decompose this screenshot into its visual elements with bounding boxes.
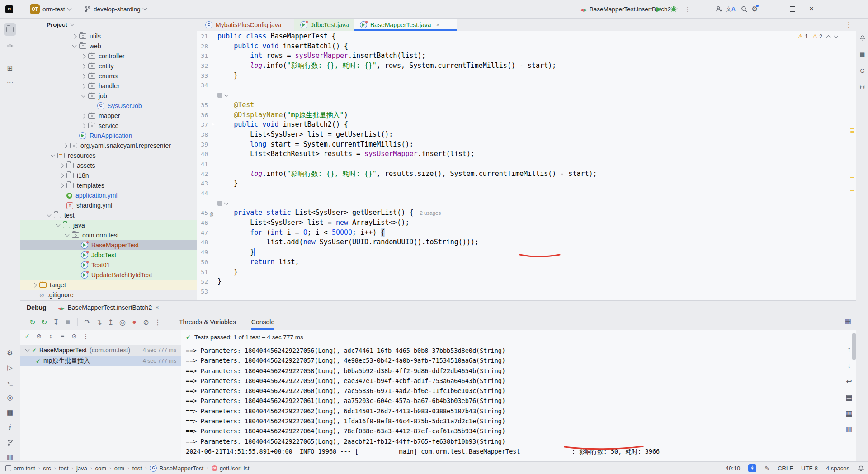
code-vision-hint[interactable] (197, 90, 856, 100)
breadcrumb-item[interactable]: mgetUserList (212, 465, 250, 472)
search-button[interactable] (741, 0, 748, 18)
test-tree-item[interactable]: ✓mp原生批量插入4 sec 777 ms (20, 356, 181, 366)
code-line[interactable]: 48 list.add(new SysUser(UUID.randomUUID(… (197, 237, 856, 247)
run-tool-icon[interactable]: ▷ (4, 361, 16, 374)
dump-threads-icon[interactable]: ↧ (50, 316, 62, 328)
chevron-right-icon[interactable] (81, 114, 86, 118)
console-class-link[interactable]: com.orm.test.BaseMapperTest (421, 448, 520, 455)
code-line[interactable]: 28 public void insertBatch1() { (197, 42, 856, 52)
file-encoding[interactable]: UTF-8 (801, 465, 818, 472)
line-number[interactable]: 50 (197, 257, 208, 267)
breadcrumb-item[interactable]: orm (114, 465, 124, 472)
debug-button[interactable] (670, 0, 677, 18)
chevron-down-icon[interactable] (81, 93, 86, 98)
settings-button[interactable]: ⚙ (751, 0, 758, 18)
test-tree-item[interactable]: ✓BaseMapperTest (com.orm.test)4 sec 777 … (20, 345, 181, 356)
breadcrumb-item[interactable]: java (76, 465, 87, 472)
layout-settings-icon[interactable]: ▦ (845, 317, 851, 325)
line-number[interactable]: 46 (197, 218, 208, 228)
line-number[interactable]: 51 (197, 267, 208, 277)
close-icon[interactable]: × (436, 21, 440, 28)
usages-hint[interactable]: 2 usages (420, 210, 441, 216)
code-line[interactable]: 43 } (197, 179, 856, 189)
git-tool-icon[interactable] (4, 436, 16, 449)
line-number[interactable]: 36 (197, 110, 208, 120)
tree-item-controller[interactable]: controller (20, 51, 197, 61)
chevron-right-icon[interactable] (81, 84, 86, 88)
code-line[interactable]: 41 (197, 159, 856, 169)
soft-wrap-icon[interactable]: ↩ (843, 375, 855, 387)
scroll-down-icon[interactable]: ↓ (843, 360, 855, 371)
add-user-button[interactable] (715, 0, 722, 18)
chevron-down-icon[interactable] (56, 223, 61, 227)
run-button[interactable]: ▶ (656, 0, 662, 18)
tree-item-sharding-yml[interactable]: Ysharding.yml (20, 200, 197, 210)
view-breakpoints-icon[interactable]: ⊘ (140, 316, 152, 328)
line-number[interactable]: 40 (197, 149, 208, 159)
scroll-to-end-icon[interactable]: ▤ (843, 391, 855, 403)
close-button[interactable]: × (802, 0, 821, 18)
line-number[interactable]: 31 (197, 51, 208, 61)
tree-item-mapper[interactable]: mapper (20, 111, 197, 121)
tree-item-test[interactable]: test (20, 210, 197, 220)
chevron-right-icon[interactable] (60, 163, 64, 168)
chevron-right-icon[interactable] (81, 54, 86, 58)
line-number[interactable]: 32 (197, 61, 208, 71)
line-number[interactable]: 48 (197, 237, 208, 247)
code-line[interactable]: 31 int rows = sysUserMapper.insertBatch(… (197, 51, 856, 61)
line-number[interactable]: 28 (197, 42, 208, 52)
project-widget[interactable]: OT orm-test (30, 0, 71, 18)
tree-item-i18n[interactable]: i18n (20, 171, 197, 180)
tree-item-runapplication[interactable]: RunApplication (20, 131, 197, 141)
rerun-icon[interactable]: ↻ (27, 316, 38, 328)
code-line[interactable]: 42 log.info("影响行数: {}, 耗时: {}", results.… (197, 169, 856, 179)
chevron-down-icon[interactable] (51, 153, 55, 157)
code-line[interactable]: 38 List<SysUser> list = getUserList(); (197, 130, 856, 140)
tree-item-java[interactable]: java (20, 220, 197, 230)
line-number[interactable]: 52 (197, 277, 208, 287)
tree-item-target[interactable]: target (20, 280, 197, 290)
tree-item-sysuserjob[interactable]: CSysUserJob (20, 101, 197, 111)
code-line[interactable]: 35 @Test (197, 100, 856, 110)
tree-item-com-orm-test[interactable]: com.orm.test (20, 230, 197, 240)
more-tools-icon[interactable]: ⋯ (4, 76, 16, 89)
maximize-button[interactable] (783, 0, 802, 18)
chevron-right-icon[interactable] (81, 74, 86, 78)
code-line[interactable]: 47 for (int i = 0; i < 50000; i++) { (197, 228, 856, 238)
sort-alphabetically-icon[interactable]: ↕ (46, 331, 56, 341)
breadcrumb-item[interactable]: test (59, 465, 68, 472)
line-number[interactable]: 39 (197, 140, 208, 150)
chevron-right-icon[interactable] (33, 283, 37, 287)
build-tool-icon[interactable]: ▦ (858, 49, 868, 59)
toolbar-more-icon[interactable]: ⋮ (684, 0, 691, 18)
line-number[interactable]: 45 (197, 208, 208, 218)
line-number[interactable]: 38 (197, 130, 208, 140)
code-line[interactable]: 36 @DisplayName("mp原生批量插入") (197, 110, 856, 120)
chevron-down-icon[interactable] (72, 43, 77, 48)
breadcrumb-item[interactable]: com (95, 465, 107, 472)
tree-item-handler[interactable]: handler (20, 81, 197, 91)
step-into-icon[interactable]: ↥ (105, 316, 117, 328)
resume-icon[interactable]: ↷ (81, 316, 93, 328)
line-number[interactable]: 42 (197, 169, 208, 179)
line-number[interactable]: 33 (197, 71, 208, 81)
code-line[interactable]: 46 List<SysUser> list = new ArrayList<>(… (197, 218, 856, 228)
code-line[interactable]: 40 List<BatchResult> results = sysUserMa… (197, 149, 856, 159)
breadcrumb-item[interactable]: src (43, 465, 51, 472)
code-line[interactable]: 37 public void insertBatch2() { (197, 120, 856, 130)
notifications-bell-icon[interactable] (858, 465, 864, 472)
line-number[interactable]: 37 (197, 120, 208, 130)
code-line[interactable]: 21public class BaseMapperTest { (197, 32, 856, 42)
debug-session-tab[interactable]: ◀▶ BaseMapperTest.insertBatch2 × (58, 304, 159, 311)
line-number[interactable]: 44 (197, 189, 208, 199)
run-to-cursor-icon[interactable]: ◎ (117, 316, 128, 328)
expand-all-icon[interactable]: ≡ (57, 331, 67, 341)
chevron-right-icon[interactable] (81, 64, 86, 68)
tree-item-updatebatchbyidtest[interactable]: UpdateBatchByIdTest (20, 270, 197, 280)
tree-item-application-yml[interactable]: application.yml (20, 190, 197, 200)
breadcrumb-item[interactable]: orm-test (5, 465, 35, 472)
caret-position[interactable]: 49:10 (726, 465, 741, 472)
branch-widget[interactable]: develop-sharding (84, 0, 146, 18)
more-icon[interactable]: ⋮ (152, 316, 164, 328)
tab-options-icon[interactable]: ⋮ (845, 21, 852, 29)
